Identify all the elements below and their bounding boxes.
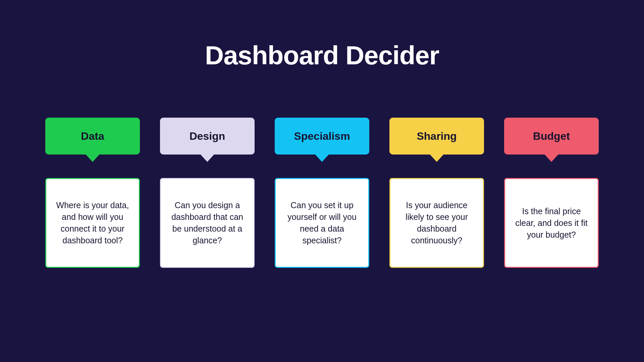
card-design: Can you design a dashboard that can be u… [160, 178, 255, 268]
card-desc: Where is your data, and how will you con… [55, 199, 130, 246]
card-budget: Is the final price clear, and does it fi… [504, 178, 599, 268]
column-data: Data Where is your data, and how will yo… [45, 118, 140, 268]
tag-budget: Budget [504, 118, 599, 155]
tag-data: Data [45, 118, 140, 155]
tag-label: Data [81, 130, 104, 142]
slide: Dashboard Decider Data Where is your dat… [0, 0, 644, 362]
tag-label: Sharing [417, 130, 457, 142]
tag-design: Design [160, 118, 255, 155]
page-title: Dashboard Decider [0, 40, 644, 71]
tag-label: Budget [533, 130, 570, 142]
card-specialism: Can you set it up yourself or will you n… [275, 178, 369, 268]
card-desc: Is the final price clear, and does it fi… [514, 205, 589, 241]
columns-row: Data Where is your data, and how will yo… [0, 118, 644, 268]
tag-label: Specialism [294, 130, 350, 142]
column-design: Design Can you design a dashboard that c… [160, 118, 255, 268]
card-desc: Is your audience likely to see your dash… [399, 199, 474, 246]
column-budget: Budget Is the final price clear, and doe… [504, 118, 599, 268]
card-desc: Can you design a dashboard that can be u… [170, 199, 245, 246]
card-sharing: Is your audience likely to see your dash… [389, 178, 484, 268]
column-specialism: Specialism Can you set it up yourself or… [275, 118, 369, 268]
tag-specialism: Specialism [275, 118, 369, 155]
tag-sharing: Sharing [389, 118, 484, 155]
column-sharing: Sharing Is your audience likely to see y… [389, 118, 484, 268]
card-data: Where is your data, and how will you con… [45, 178, 140, 268]
tag-label: Design [190, 130, 225, 142]
card-desc: Can you set it up yourself or will you n… [284, 199, 360, 246]
